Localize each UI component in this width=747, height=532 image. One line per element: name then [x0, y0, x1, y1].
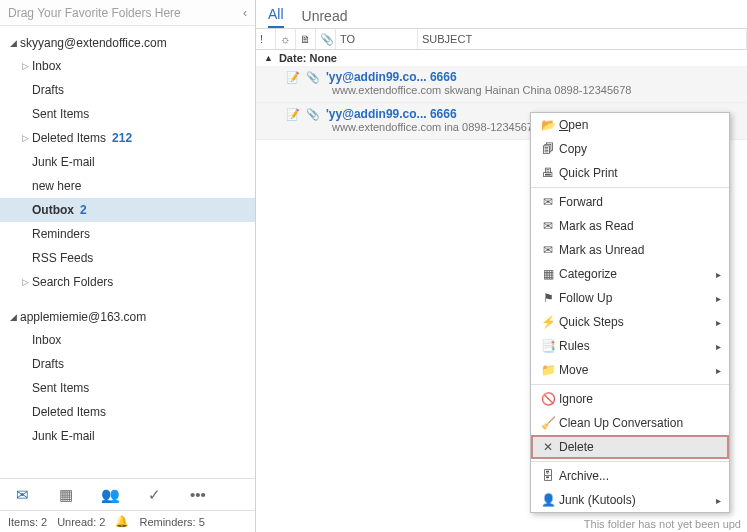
folder-item[interactable]: Junk E-mail [0, 424, 255, 448]
ctx-open[interactable]: 📂Open [531, 113, 729, 137]
folder-name: Drafts [32, 81, 64, 99]
folder-count: 2 [80, 201, 87, 219]
caret-down-icon: ◢ [10, 312, 20, 322]
folder-item[interactable]: Junk E-mail [0, 150, 255, 174]
cleanup-icon: 🧹 [537, 416, 559, 430]
favorites-drop-hint: Drag Your Favorite Folders Here ‹ [0, 0, 255, 26]
folder-name: Deleted Items [32, 129, 106, 147]
folder-name: Outbox [32, 201, 74, 219]
ctx-junk[interactable]: 👤Junk (Kutools)▸ [531, 488, 729, 512]
tab-unread[interactable]: Unread [302, 8, 348, 28]
folder-name: Inbox [32, 57, 61, 75]
caret-right-icon: ▷ [22, 129, 32, 147]
chevron-right-icon: ▸ [716, 365, 721, 376]
folder-item[interactable]: Deleted Items [0, 400, 255, 424]
group-header[interactable]: ▲ Date: None [256, 50, 747, 66]
context-menu: 📂Open 🗐Copy 🖶Quick Print ✉Forward ✉Mark … [530, 112, 730, 513]
ctx-move[interactable]: 📁Move▸ [531, 358, 729, 382]
caret-down-icon: ▲ [264, 53, 273, 63]
mail-icon[interactable]: ✉ [0, 486, 44, 504]
delete-icon: ✕ [537, 440, 559, 454]
message-preview: www.extendoffice.com skwang Hainan China… [286, 84, 739, 96]
column-header: ! ☼ 🗎 📎 TO SUBJECT [256, 28, 747, 50]
chevron-right-icon: ▸ [716, 317, 721, 328]
ctx-quick-print[interactable]: 🖶Quick Print [531, 161, 729, 185]
tab-all[interactable]: All [268, 6, 284, 28]
calendar-icon[interactable]: ▦ [44, 486, 88, 504]
folder-name: Deleted Items [32, 403, 106, 421]
folder-item[interactable]: Outbox2 [0, 198, 255, 222]
folder-item[interactable]: new here [0, 174, 255, 198]
ctx-forward[interactable]: ✉Forward [531, 190, 729, 214]
col-reminder-icon[interactable]: ☼ [276, 29, 296, 49]
reminder-bell-icon: 🔔 [115, 515, 129, 528]
print-icon: 🖶 [537, 166, 559, 180]
ctx-follow-up[interactable]: ⚑Follow Up▸ [531, 286, 729, 310]
chevron-right-icon: ▸ [716, 293, 721, 304]
folder-item[interactable]: Inbox [0, 328, 255, 352]
ctx-ignore[interactable]: 🚫Ignore [531, 387, 729, 411]
mark-read-icon: ✉ [537, 219, 559, 233]
junk-icon: 👤 [537, 493, 559, 507]
chevron-right-icon: ▸ [716, 269, 721, 280]
draft-icon: 📝 [286, 108, 300, 121]
folder-item[interactable]: ▷Inbox [0, 54, 255, 78]
folder-name: Junk E-mail [32, 427, 95, 445]
ctx-copy[interactable]: 🗐Copy [531, 137, 729, 161]
folder-item[interactable]: Drafts [0, 352, 255, 376]
ctx-categorize[interactable]: ▦Categorize▸ [531, 262, 729, 286]
folder-item[interactable]: ▷Deleted Items212 [0, 126, 255, 150]
folder-pane: Drag Your Favorite Folders Here ‹ ◢skyya… [0, 0, 256, 532]
account-header[interactable]: ◢skyyang@extendoffice.com [0, 32, 255, 54]
folder-item[interactable]: Drafts [0, 78, 255, 102]
message-item[interactable]: 📝📎'yy@addin99.co... 6666www.extendoffice… [256, 66, 747, 103]
caret-right-icon: ▷ [22, 273, 32, 291]
ctx-delete[interactable]: ✕Delete [531, 435, 729, 459]
message-from: 'yy@addin99.co... 6666 [326, 70, 457, 84]
folder-name: Search Folders [32, 273, 113, 291]
folder-name: Drafts [32, 355, 64, 373]
ctx-rules[interactable]: 📑Rules▸ [531, 334, 729, 358]
folder-count: 212 [112, 129, 132, 147]
draft-icon: 📝 [286, 71, 300, 84]
col-to[interactable]: TO [336, 29, 418, 49]
mark-unread-icon: ✉ [537, 243, 559, 257]
flag-icon: ⚑ [537, 291, 559, 305]
account-email: applemiemie@163.com [20, 310, 146, 324]
folder-item[interactable]: ▷Search Folders [0, 270, 255, 294]
folder-name: Sent Items [32, 105, 89, 123]
ctx-quick-steps[interactable]: ⚡Quick Steps▸ [531, 310, 729, 334]
more-icon[interactable]: ••• [176, 486, 220, 503]
ctx-archive[interactable]: 🗄Archive... [531, 464, 729, 488]
ctx-mark-unread[interactable]: ✉Mark as Unread [531, 238, 729, 262]
open-icon: 📂 [537, 118, 559, 132]
folder-name: RSS Feeds [32, 249, 93, 267]
attachment-icon: 📎 [306, 108, 320, 121]
separator [531, 384, 729, 385]
folder-name: Inbox [32, 331, 61, 349]
filter-tabs: All Unread [256, 0, 747, 28]
forward-icon: ✉ [537, 195, 559, 209]
folder-name: Sent Items [32, 379, 89, 397]
tasks-icon[interactable]: ✓ [132, 486, 176, 504]
col-attachment-icon[interactable]: 📎 [316, 29, 336, 49]
col-subject[interactable]: SUBJECT [418, 29, 747, 49]
col-importance-icon[interactable]: ! [256, 29, 276, 49]
folder-item[interactable]: Reminders [0, 222, 255, 246]
folder-tree: ◢skyyang@extendoffice.com▷InboxDraftsSen… [0, 26, 255, 478]
categorize-icon: ▦ [537, 267, 559, 281]
col-icon[interactable]: 🗎 [296, 29, 316, 49]
nav-bar: ✉ ▦ 👥 ✓ ••• [0, 478, 255, 510]
people-icon[interactable]: 👥 [88, 486, 132, 504]
status-unread: Unread: 2 [57, 516, 105, 528]
folder-item[interactable]: RSS Feeds [0, 246, 255, 270]
ctx-mark-read[interactable]: ✉Mark as Read [531, 214, 729, 238]
pin-icon[interactable]: ‹ [243, 6, 247, 20]
folder-item[interactable]: Sent Items [0, 102, 255, 126]
account-header[interactable]: ◢applemiemie@163.com [0, 306, 255, 328]
folder-item[interactable]: Sent Items [0, 376, 255, 400]
caret-down-icon: ◢ [10, 38, 20, 48]
separator [531, 461, 729, 462]
favorites-hint-text: Drag Your Favorite Folders Here [8, 6, 181, 20]
ctx-cleanup[interactable]: 🧹Clean Up Conversation [531, 411, 729, 435]
